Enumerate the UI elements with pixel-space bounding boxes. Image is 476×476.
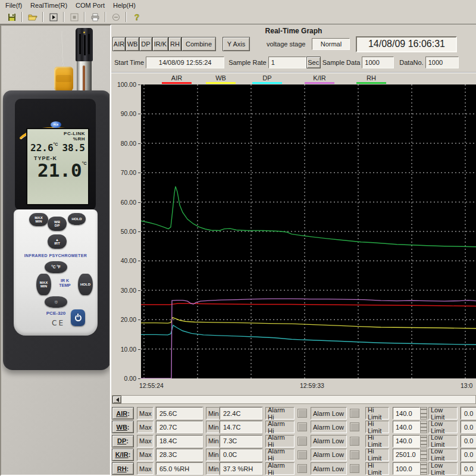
menu-item-realtimer[interactable]: RealTime(R) — [27, 1, 73, 10]
controls-row-2: Start Time 14/08/09 12:55:24 Sample Rate… — [112, 56, 459, 68]
low-limit-label: Low Limit — [428, 435, 458, 447]
channel-button-irk[interactable]: IR/K — [152, 37, 168, 51]
scroll-left-button[interactable] — [112, 396, 121, 403]
sample-rate-label: Sample Rate — [227, 59, 268, 66]
spin-up-icon[interactable] — [420, 407, 427, 414]
toolbar-separator — [21, 12, 23, 22]
series-line-kir — [141, 299, 476, 378]
spin-down-icon[interactable] — [420, 427, 427, 434]
channel-button-air[interactable]: AIR — [112, 37, 126, 51]
legend-color-bar — [206, 82, 236, 84]
hi-limit-spinner[interactable]: 140.0 — [393, 421, 427, 433]
low-limit-value: 0.0 — [461, 421, 476, 433]
voltage-stage-value: Normal — [312, 38, 350, 50]
channel-button-dp[interactable]: DP — [139, 37, 152, 51]
y-axis-tick-label: 60.00 — [111, 199, 136, 206]
spin-down-icon[interactable] — [420, 441, 427, 447]
channel-label-button-kir[interactable]: K/IR : — [112, 449, 134, 461]
hi-limit-spinner[interactable]: 140.0 — [393, 407, 427, 419]
y-axis-button[interactable]: Y Axis — [223, 37, 250, 51]
hi-limit-spinner[interactable]: 100.0 — [393, 462, 427, 475]
toolbar-save-icon[interactable] — [4, 11, 20, 23]
spin-up-icon[interactable] — [420, 462, 427, 469]
legend-label: WB — [206, 74, 236, 82]
legend-label: RH — [356, 74, 386, 82]
channel-button-combine[interactable]: Combine — [181, 37, 216, 51]
lcd-wet-temp-unit: °C — [54, 142, 58, 146]
max-label: Max — [137, 421, 154, 433]
toolbar-stop-record-icon — [66, 11, 82, 23]
alarm-hi-label: Alarm Hi — [265, 407, 295, 419]
thermocouple-plug — [54, 67, 73, 91]
toolbar-print-icon[interactable] — [87, 11, 103, 23]
max-value: 65.0 %RH — [156, 462, 203, 475]
toolbar-start-record-icon[interactable] — [45, 11, 61, 23]
toolbar-separator — [105, 12, 106, 22]
channel-label-button-dp[interactable]: DP : — [112, 435, 134, 447]
alarm-hi-label: Alarm Hi — [265, 435, 295, 447]
hi-limit-spinner[interactable]: 140.0 — [393, 435, 427, 447]
spin-down-icon[interactable] — [420, 469, 427, 475]
lcd-pclink-label: PC-LINK — [30, 131, 85, 136]
front-panel: MAX MIN WB DP HOLD ▲ IRT INFRARED PSYCHR… — [14, 209, 98, 336]
device-cf-button: °C °F — [45, 261, 67, 273]
legend-item-air: AIR — [162, 74, 192, 84]
channel-button-rh[interactable]: RH — [168, 37, 181, 51]
y-axis-tick — [138, 143, 140, 144]
channel-label-button-air[interactable]: AIR : — [112, 407, 134, 419]
alarm-low-label: Alarm Low — [311, 421, 347, 433]
x-axis-tick-label: 13:0 — [461, 382, 472, 389]
start-time-label: Start Time — [112, 59, 146, 66]
y-axis-tick — [138, 378, 140, 379]
menu-item-filef[interactable]: File(f) — [2, 1, 27, 10]
device-backlight-button: ☼ — [45, 296, 67, 308]
device-photo-panel: PCE PC-LINK %RH 22.6°C 38.5 TYPE-K 21.0°… — [0, 24, 111, 476]
legend-label: DP — [252, 74, 282, 82]
spin-down-icon[interactable] — [420, 414, 427, 420]
low-limit-label: Low Limit — [428, 421, 458, 433]
spin-up-icon[interactable] — [420, 435, 427, 441]
alarm-low-indicator — [350, 409, 359, 418]
power-icon — [75, 315, 82, 321]
lcd-main-temp-row: 21.0°C — [30, 161, 85, 179]
y-axis-tick-label: 70.00 — [111, 169, 136, 176]
lcd-humidity: 38.5 — [62, 142, 85, 154]
alarm-hi-label: Alarm Hi — [265, 449, 295, 461]
horizontal-scrollbar[interactable] — [112, 395, 476, 404]
toolbar-separator — [63, 12, 64, 22]
channel-label-button-wb[interactable]: WB : — [112, 421, 134, 433]
alarm-low-indicator — [350, 422, 359, 431]
toolbar: ? — [0, 10, 476, 24]
sample-rate-input[interactable]: 1 — [268, 57, 306, 68]
channel-button-wb[interactable]: WB — [126, 37, 139, 51]
channel-label-button-rh[interactable]: RH : — [112, 462, 134, 475]
data-no-value: 1000 — [425, 57, 459, 68]
legend-label: AIR — [162, 74, 192, 82]
toolbar-help-icon[interactable]: ? — [129, 11, 145, 23]
hi-limit-label: Hi Limit — [365, 421, 389, 433]
legend-item-rh: RH — [356, 74, 386, 84]
alarm-low-label: Alarm Low — [311, 462, 347, 475]
spin-up-icon[interactable] — [420, 421, 427, 427]
spin-down-icon[interactable] — [420, 455, 427, 461]
hi-limit-label: Hi Limit — [365, 462, 389, 475]
legend-color-bar — [162, 82, 192, 84]
y-axis-tick-label: 80.00 — [111, 140, 136, 147]
device-power-button — [71, 309, 85, 326]
channel-button-group: AIRWBDPIR/KRHCombine — [112, 37, 216, 51]
toolbar-separator — [84, 12, 85, 22]
toolbar-open-folder-icon[interactable] — [24, 11, 40, 23]
y-axis-tick-label: 30.00 — [111, 287, 136, 294]
spin-up-icon[interactable] — [420, 449, 427, 455]
y-axis-tick-label: 100.00 — [111, 81, 136, 88]
hi-limit-spinner[interactable]: 2501.0 — [393, 449, 427, 461]
menu-item-helph[interactable]: Help(H) — [110, 1, 141, 10]
table-row-rh: RH :Max65.0 %RHMin37.3 %RHAlarm HiAlarm … — [111, 462, 476, 475]
x-axis-tick-label: 12:55:24 — [139, 382, 164, 389]
graph-panel: Real-Time Graph AIRWBDPIR/KRHCombine Y A… — [111, 24, 476, 476]
menu-item-comport[interactable]: COM Port — [73, 1, 110, 10]
sec-button[interactable]: Sec — [306, 57, 321, 68]
data-no-label: DataNo. — [397, 59, 425, 66]
lcd-main-temp-unit: °C — [82, 161, 87, 165]
chart-legend: AIRWBDPK/IRRH — [111, 72, 476, 84]
